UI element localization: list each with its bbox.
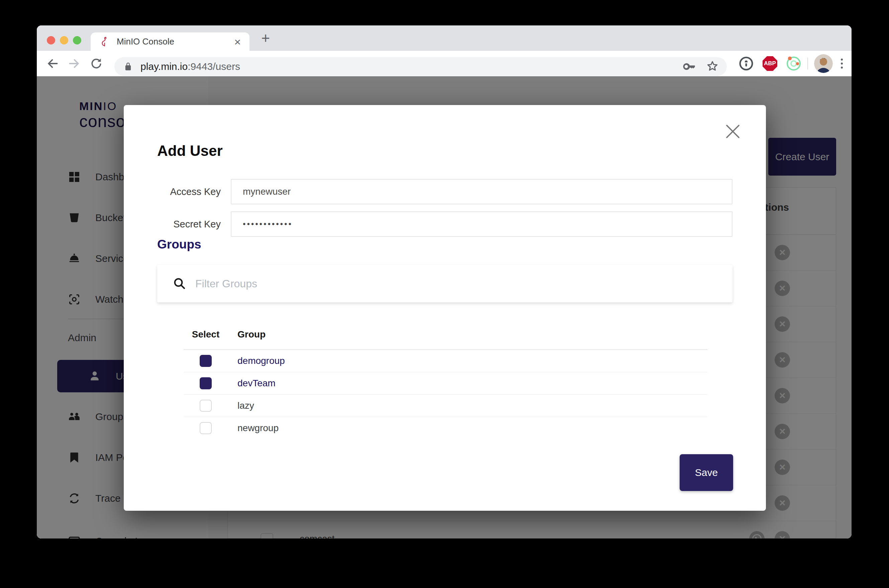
fullscreen-window-button[interactable] <box>73 36 81 45</box>
adblock-plus-extension-icon[interactable]: ABP <box>763 56 777 71</box>
tab-strip: MinIO Console × + <box>37 26 852 51</box>
browser-menu-icon[interactable] <box>841 58 843 69</box>
new-tab-button[interactable]: + <box>258 30 274 46</box>
secret-key-input[interactable] <box>231 212 733 237</box>
tab-title: MinIO Console <box>117 36 234 47</box>
group-row-demogroup: demogroup <box>184 350 708 372</box>
add-user-modal: Add User Access Key Secret Key Groups S <box>124 105 766 511</box>
search-icon <box>172 277 187 291</box>
group-name-link[interactable]: demogroup <box>237 350 285 372</box>
group-row-newgroup: newgroup <box>184 417 708 439</box>
modal-close-icon[interactable] <box>723 121 743 142</box>
lock-icon <box>123 62 133 72</box>
group-checkbox[interactable] <box>200 377 212 389</box>
close-window-button[interactable] <box>47 36 55 45</box>
reload-button[interactable] <box>90 57 103 70</box>
group-row-lazy: lazy <box>184 394 708 417</box>
browser-window: MinIO Console × + play.min.io:9443/users <box>37 26 852 538</box>
browser-tab[interactable]: MinIO Console × <box>91 33 249 51</box>
group-column-header: Group <box>237 319 265 350</box>
extension-area: ABP <box>739 51 852 76</box>
groups-table: Select Group demogroup devTeam lazy <box>184 319 708 439</box>
group-name-link[interactable]: lazy <box>237 394 254 417</box>
group-row-devteam: devTeam <box>184 372 708 394</box>
groups-section-heading: Groups <box>157 237 201 252</box>
green-rings-extension-icon[interactable] <box>786 56 801 71</box>
filter-groups-card <box>157 265 733 302</box>
filter-groups-input[interactable] <box>195 277 733 290</box>
group-checkbox[interactable] <box>200 400 212 412</box>
modal-title: Add User <box>157 142 223 159</box>
password-manager-extension-icon[interactable] <box>739 56 754 71</box>
access-key-input[interactable] <box>231 179 733 204</box>
groups-table-header: Select Group <box>184 319 708 350</box>
profile-avatar[interactable] <box>814 54 833 73</box>
group-checkbox[interactable] <box>200 355 212 367</box>
secret-key-label: Secret Key <box>124 212 221 237</box>
group-checkbox[interactable] <box>200 422 212 434</box>
minio-flamingo-icon <box>99 36 110 48</box>
save-button[interactable]: Save <box>680 454 733 491</box>
toolbar-divider <box>807 57 808 70</box>
forward-button[interactable] <box>67 57 81 70</box>
access-key-label: Access Key <box>124 179 221 204</box>
screenshot-stage: MinIO Console × + play.min.io:9443/users <box>0 0 889 588</box>
group-name-link[interactable]: newgroup <box>237 417 279 439</box>
tab-close-icon[interactable]: × <box>234 36 241 48</box>
url-text: play.min.io:9443/users <box>141 61 240 72</box>
address-bar[interactable]: play.min.io:9443/users <box>114 57 727 76</box>
group-name-link[interactable]: devTeam <box>237 372 276 394</box>
back-button[interactable] <box>46 57 60 70</box>
select-column-header: Select <box>184 319 228 350</box>
key-icon[interactable] <box>683 60 696 73</box>
browser-toolbar: play.min.io:9443/users ABP <box>37 51 852 76</box>
minimize-window-button[interactable] <box>60 36 68 45</box>
bookmark-star-icon[interactable] <box>705 60 720 74</box>
